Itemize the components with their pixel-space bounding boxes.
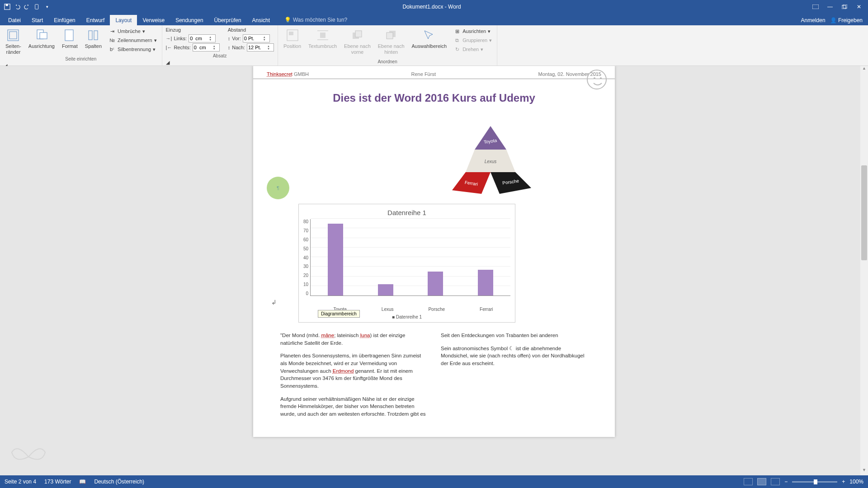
spellcheck-icon[interactable]: 📖 <box>79 479 86 485</box>
p1b: ; lateinisch <box>334 333 360 338</box>
spacing-after-icon: ↕ <box>228 45 231 50</box>
selection-pane-button[interactable]: Auswahlbereich <box>410 27 449 50</box>
svg-rect-19 <box>355 31 362 37</box>
selection-icon <box>422 28 436 42</box>
p3: Aufgrund seiner verhältnismäßigen Nähe i… <box>280 395 427 418</box>
zoom-level[interactable]: 100% <box>849 479 863 485</box>
svg-rect-1 <box>6 4 8 6</box>
chart-tooltip: Diagrammbereich <box>318 310 360 318</box>
svg-rect-2 <box>35 5 38 9</box>
vertical-scrollbar[interactable]: ▲ ▼ <box>860 66 868 475</box>
svg-rect-7 <box>9 32 17 39</box>
status-language[interactable]: Deutsch (Österreich) <box>94 479 144 485</box>
breaks-label: Umbrüche <box>118 28 141 34</box>
hyphenation-icon: bᶜ <box>108 46 116 53</box>
tab-einfuegen[interactable]: Einfügen <box>48 15 80 25</box>
columns-button[interactable]: Spalten <box>83 27 104 50</box>
position-button: Position <box>282 27 303 50</box>
watermark-icon <box>8 441 49 473</box>
align-button[interactable]: ⊞Ausrichten ▾ <box>452 27 493 35</box>
tab-sendungen[interactable]: Sendungen <box>170 15 208 25</box>
chart-x-label: Lexus <box>382 307 394 312</box>
chart-x-label: Ferrari <box>480 307 493 312</box>
indent-right-input[interactable]: ▲▼ <box>193 43 220 52</box>
chart-title: Datenreihe 1 <box>303 209 510 216</box>
indent-right-icon: |← <box>166 45 172 50</box>
tab-verweise[interactable]: Verweise <box>137 15 170 25</box>
status-page[interactable]: Seite 2 von 4 <box>5 479 36 485</box>
svg-rect-5 <box>843 5 847 8</box>
backward-icon <box>384 28 398 42</box>
save-icon[interactable] <box>4 3 11 10</box>
line-numbers-button[interactable]: №Zeilennummern ▾ <box>107 36 158 44</box>
bar-chart[interactable]: Datenreihe 1 80706050403020100 ToyotaLex… <box>298 204 515 323</box>
hyphenation-button[interactable]: bᶜSilbentrennung ▾ <box>107 45 158 53</box>
header-company-underlined: Thinksecret <box>267 71 292 77</box>
scroll-down-icon[interactable]: ▼ <box>860 468 868 475</box>
line-numbers-icon: № <box>108 37 116 44</box>
paragraph-launcher[interactable]: ◢ <box>166 60 274 66</box>
selection-label: Auswahlbereich <box>412 43 447 49</box>
minimize-icon[interactable]: — <box>824 2 836 11</box>
pyramid-chart[interactable]: Toyota Lexus Ferrari Porsche <box>443 122 538 195</box>
tab-start[interactable]: Start <box>26 15 48 25</box>
zoom-in-button[interactable]: + <box>842 479 845 485</box>
redo-icon[interactable] <box>24 3 31 10</box>
send-backward-button: Ebene nach hinten <box>376 27 406 56</box>
chart-y-axis: 80706050403020100 <box>303 219 310 296</box>
signin-link[interactable]: Anmelden <box>801 17 826 23</box>
scroll-up-icon[interactable]: ▲ <box>860 66 868 74</box>
margins-button[interactable]: Seiten- ränder <box>4 27 23 56</box>
page-header: Thinksecret GMBH Rene Fürst Montag, 02. … <box>253 66 615 79</box>
spacing-before-icon: ↕ <box>228 36 231 41</box>
orientation-label: Ausrichtung <box>28 43 55 49</box>
tab-layout[interactable]: Layout <box>110 15 137 25</box>
svg-rect-21 <box>387 33 393 39</box>
tell-me-placeholder: Was möchten Sie tun? <box>293 17 347 23</box>
paragraph-mark-icon: ↲ <box>271 299 277 306</box>
share-button[interactable]: 👤 Freigeben <box>830 17 863 23</box>
spacing-after-input[interactable]: ▲▼ <box>247 43 274 52</box>
orientation-icon <box>34 28 49 42</box>
document-area[interactable]: Thinksecret GMBH Rene Fürst Montag, 02. … <box>0 66 868 475</box>
spacing-before-input[interactable]: ▲▼ <box>243 34 270 42</box>
svg-rect-4 <box>842 5 846 9</box>
svg-rect-11 <box>89 31 92 40</box>
ribbon: Seiten- ränder Ausrichtung Format Spalte… <box>0 25 868 66</box>
page[interactable]: Thinksecret GMBH Rene Fürst Montag, 02. … <box>253 66 615 437</box>
zoom-slider[interactable] <box>792 481 837 483</box>
tab-entwurf[interactable]: Entwurf <box>81 15 110 25</box>
qat-more-icon[interactable]: ▾ <box>43 3 51 10</box>
touch-mode-icon[interactable] <box>33 3 41 10</box>
svg-rect-12 <box>94 31 98 40</box>
align-icon: ⊞ <box>453 28 461 35</box>
tab-datei[interactable]: Datei <box>3 15 26 25</box>
scroll-thumb[interactable] <box>861 165 867 260</box>
group-label: Gruppieren <box>462 38 487 43</box>
size-icon <box>62 28 77 42</box>
tell-me-search[interactable]: 💡Was möchten Sie tun? <box>281 14 351 25</box>
paragraph-group-label: Absatz <box>166 53 274 60</box>
status-words[interactable]: 173 Wörter <box>44 479 71 485</box>
tab-ueberpruefen[interactable]: Überprüfen <box>209 15 247 25</box>
forward-icon <box>350 28 364 42</box>
window-title: Dokument1.docx - Word <box>54 4 809 10</box>
orientation-button[interactable]: Ausrichtung <box>27 27 57 50</box>
p1u1: mâne <box>321 333 334 338</box>
columns-icon <box>86 28 100 42</box>
web-layout-button[interactable] <box>771 478 780 485</box>
undo-icon[interactable] <box>14 3 21 10</box>
read-mode-button[interactable] <box>744 478 753 485</box>
maximize-icon[interactable] <box>838 2 851 11</box>
print-layout-button[interactable] <box>757 478 766 485</box>
margins-label: Seiten- ränder <box>5 43 21 55</box>
close-icon[interactable]: ✕ <box>853 2 865 11</box>
rotate-button: ↻Drehen ▾ <box>452 45 493 53</box>
green-circle-shape[interactable]: ¶ <box>267 177 289 199</box>
size-button[interactable]: Format <box>60 27 80 50</box>
indent-left-input[interactable]: ▲▼ <box>189 34 216 42</box>
tab-ansicht[interactable]: Ansicht <box>247 15 275 25</box>
breaks-button[interactable]: ⇥Umbrüche ▾ <box>107 27 158 35</box>
ribbon-display-icon[interactable] <box>809 2 822 11</box>
zoom-out-button[interactable]: − <box>784 479 788 485</box>
